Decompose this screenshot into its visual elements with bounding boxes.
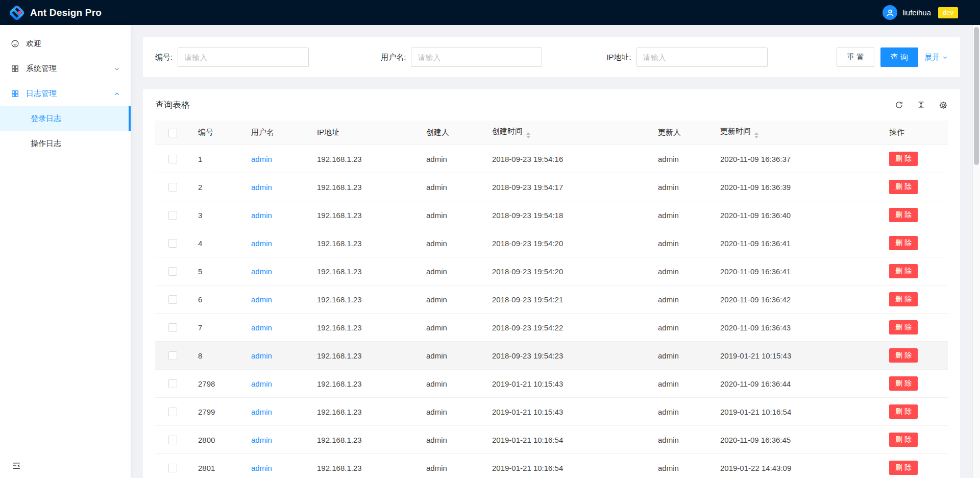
delete-button[interactable]: 删 除 (889, 404, 918, 419)
username-link[interactable]: admin (251, 267, 272, 276)
sidebar-collapse-trigger[interactable] (0, 453, 131, 478)
form-item-id: 编号: (155, 47, 381, 67)
cell-updater: admin (654, 342, 716, 370)
user-avatar[interactable] (883, 5, 897, 20)
cell-created-time: 2018-09-23 19:54:16 (488, 145, 654, 173)
cell-creator: admin (422, 285, 488, 314)
search-form-card: 编号: 用户名: IP地址: 重 置 查 询 展开 (143, 37, 960, 77)
username-link[interactable]: admin (251, 295, 272, 304)
row-checkbox[interactable] (168, 351, 177, 360)
user-menu[interactable]: liufeihua dev (883, 5, 958, 20)
cell-creator: admin (422, 454, 488, 478)
delete-button[interactable]: 删 除 (889, 320, 918, 334)
table-row: 2800admin192.168.1.23admin2019-01-21 10:… (155, 426, 948, 454)
delete-button[interactable]: 删 除 (889, 461, 918, 475)
table-row: 2799admin192.168.1.23admin2019-01-21 10:… (155, 398, 948, 426)
id-input[interactable] (178, 47, 309, 67)
cell-created-time: 2018-09-23 19:54:20 (488, 257, 654, 285)
username-link[interactable]: admin (251, 408, 272, 416)
delete-button[interactable]: 删 除 (889, 348, 918, 363)
row-checkbox[interactable] (168, 155, 177, 163)
row-checkbox[interactable] (168, 211, 177, 220)
cell-creator: admin (422, 201, 488, 229)
cell-updater: admin (654, 398, 716, 426)
table-row: 6admin192.168.1.23admin2018-09-23 19:54:… (155, 285, 948, 314)
delete-button[interactable]: 删 除 (889, 292, 918, 306)
cell-id: 3 (194, 201, 247, 229)
reset-button[interactable]: 重 置 (837, 47, 874, 67)
env-badge: dev (938, 7, 958, 18)
ant-design-logo-icon (9, 5, 24, 20)
row-checkbox[interactable] (168, 436, 177, 444)
sorter-icon[interactable] (754, 132, 758, 138)
cell-updater: admin (654, 314, 716, 342)
row-checkbox[interactable] (168, 408, 177, 416)
settings-gear-icon[interactable] (939, 101, 948, 110)
reload-icon[interactable] (895, 101, 903, 109)
username-link[interactable]: admin (251, 436, 272, 444)
row-checkbox[interactable] (168, 379, 177, 388)
username-link[interactable]: admin (251, 323, 272, 332)
row-checkbox[interactable] (168, 295, 177, 304)
row-checkbox[interactable] (168, 239, 177, 248)
delete-button[interactable]: 删 除 (889, 208, 918, 222)
delete-button[interactable]: 删 除 (889, 152, 918, 166)
username-label: liufeihua (902, 8, 931, 17)
cell-created-time: 2018-09-23 19:54:22 (488, 314, 654, 342)
delete-button[interactable]: 删 除 (889, 236, 918, 250)
cell-creator: admin (422, 314, 488, 342)
column-header-action: 操作 (885, 121, 948, 145)
column-header-created-time[interactable]: 创建时间 (488, 121, 654, 145)
delete-button[interactable]: 删 除 (889, 264, 918, 278)
query-button[interactable]: 查 询 (880, 47, 918, 67)
table-body: 1admin192.168.1.23admin2018-09-23 19:54:… (155, 145, 948, 478)
cell-ip: 192.168.1.23 (313, 370, 422, 398)
column-header-ip: IP地址 (313, 121, 422, 145)
ip-input[interactable] (636, 47, 768, 67)
cell-created-time: 2019-01-21 10:15:43 (488, 398, 654, 426)
row-checkbox[interactable] (168, 183, 177, 192)
sidebar-item-operation-log[interactable]: 操作日志 (0, 131, 131, 156)
row-checkbox[interactable] (168, 464, 177, 472)
delete-button[interactable]: 删 除 (889, 433, 918, 447)
column-header-creator: 创建人 (422, 121, 488, 145)
ip-field-label: IP地址: (606, 53, 631, 62)
expand-button[interactable]: 展开 (924, 53, 948, 62)
select-all-checkbox[interactable] (168, 129, 177, 137)
scrollbar-thumb[interactable] (974, 27, 979, 165)
cell-updater: admin (654, 370, 716, 398)
delete-button[interactable]: 删 除 (889, 376, 918, 391)
username-link[interactable]: admin (251, 183, 272, 192)
cell-updated-time: 2020-11-09 16:36:39 (716, 173, 885, 201)
sidebar-item-label: 日志管理 (26, 89, 57, 99)
cell-updated-time: 2020-11-09 16:36:41 (716, 257, 885, 285)
cell-updated-time: 2020-11-09 16:36:44 (716, 370, 885, 398)
density-icon[interactable] (917, 101, 925, 109)
username-link[interactable]: admin (251, 239, 272, 248)
row-checkbox[interactable] (168, 323, 177, 332)
appstore-icon (11, 89, 19, 98)
column-header-updated-time[interactable]: 更新时间 (716, 121, 885, 145)
sorter-icon[interactable] (526, 132, 530, 138)
delete-button[interactable]: 删 除 (889, 180, 918, 194)
cell-creator: admin (422, 370, 488, 398)
column-header-username: 用户名 (247, 121, 313, 145)
sidebar-item-welcome[interactable]: 欢迎 (0, 31, 131, 56)
cell-updated-time: 2020-11-09 16:36:42 (716, 285, 885, 314)
cell-creator: admin (422, 173, 488, 201)
cell-id: 2 (194, 173, 247, 201)
sidebar-item-system-management[interactable]: 系统管理 (0, 56, 131, 81)
username-link[interactable]: admin (251, 379, 272, 388)
username-input[interactable] (411, 47, 542, 67)
app-logo: Ant Design Pro (9, 5, 102, 20)
username-link[interactable]: admin (251, 464, 272, 472)
username-link[interactable]: admin (251, 155, 272, 163)
row-checkbox[interactable] (168, 267, 177, 276)
sidebar-item-login-log[interactable]: 登录日志 (0, 106, 131, 131)
cell-ip: 192.168.1.23 (313, 314, 422, 342)
username-link[interactable]: admin (251, 351, 272, 360)
username-link[interactable]: admin (251, 211, 272, 220)
sidebar-item-log-management[interactable]: 日志管理 (0, 81, 131, 106)
cell-updated-time: 2019-01-22 14:43:09 (716, 454, 885, 478)
form-item-username: 用户名: (381, 47, 606, 67)
